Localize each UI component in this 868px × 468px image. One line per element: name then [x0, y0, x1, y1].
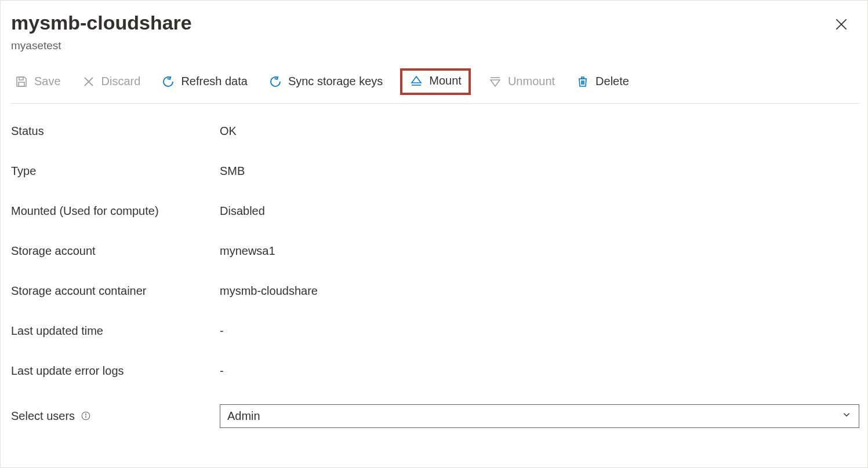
sync-icon: [268, 75, 282, 89]
label-type: Type: [11, 164, 220, 178]
row-mounted: Mounted (Used for compute) Disabled: [11, 204, 859, 218]
svg-rect-3: [19, 77, 23, 80]
label-last-updated: Last updated time: [11, 324, 220, 338]
row-storage-container: Storage account container mysmb-cloudsha…: [11, 284, 859, 298]
select-users-value: Admin: [227, 409, 260, 423]
row-last-error: Last update error logs -: [11, 364, 859, 378]
discard-button: Discard: [78, 71, 144, 92]
value-storage-account: mynewsa1: [220, 244, 275, 258]
sync-storage-keys-button[interactable]: Sync storage keys: [265, 71, 386, 92]
row-type: Type SMB: [11, 164, 859, 178]
label-select-users: Select users: [11, 409, 220, 423]
unmount-button: Unmount: [485, 71, 558, 92]
value-type: SMB: [220, 164, 245, 178]
pane-header: mysmb-cloudshare myasetest: [11, 11, 859, 52]
select-users-dropdown[interactable]: Admin: [220, 404, 859, 428]
toolbar: Save Discard Refresh data Sync storage k…: [11, 68, 859, 104]
mount-highlight: Mount: [400, 68, 471, 95]
label-select-users-text: Select users: [11, 409, 75, 423]
delete-icon: [576, 75, 590, 89]
delete-label: Delete: [595, 75, 629, 88]
row-storage-account: Storage account mynewsa1: [11, 244, 859, 258]
unmount-icon: [488, 75, 502, 89]
label-storage-container: Storage account container: [11, 284, 220, 298]
value-status: OK: [220, 125, 237, 138]
discard-label: Discard: [101, 75, 141, 88]
details: Status OK Type SMB Mounted (Used for com…: [11, 125, 859, 428]
info-icon[interactable]: [81, 411, 91, 421]
share-pane: mysmb-cloudshare myasetest Save Discard …: [0, 0, 868, 468]
discard-icon: [82, 75, 96, 89]
save-icon: [14, 75, 28, 89]
mount-label: Mount: [429, 74, 462, 87]
row-select-users: Select users Admin: [11, 404, 859, 428]
delete-button[interactable]: Delete: [572, 71, 633, 92]
sync-label: Sync storage keys: [288, 75, 383, 88]
mount-icon: [409, 74, 423, 88]
refresh-icon: [161, 75, 175, 89]
row-status: Status OK: [11, 125, 859, 138]
unmount-label: Unmount: [508, 75, 555, 88]
label-storage-account: Storage account: [11, 244, 220, 258]
save-button: Save: [11, 71, 64, 92]
svg-point-13: [85, 414, 86, 415]
close-icon: [834, 17, 849, 32]
refresh-label: Refresh data: [181, 75, 248, 88]
value-last-error: -: [220, 364, 224, 378]
close-button[interactable]: [834, 17, 849, 34]
value-mounted: Disabled: [220, 204, 265, 218]
value-last-updated: -: [220, 324, 224, 338]
select-users-wrap: Admin: [220, 404, 859, 428]
label-status: Status: [11, 125, 220, 138]
svg-rect-2: [19, 82, 24, 86]
chevron-down-icon: [841, 409, 852, 423]
refresh-data-button[interactable]: Refresh data: [158, 71, 251, 92]
value-storage-container: mysmb-cloudshare: [220, 284, 318, 298]
label-mounted: Mounted (Used for compute): [11, 204, 220, 218]
mount-button[interactable]: Mount: [407, 73, 464, 89]
save-label: Save: [34, 75, 61, 88]
page-title: mysmb-cloudshare: [11, 11, 859, 35]
row-last-updated: Last updated time -: [11, 324, 859, 338]
page-subtitle: myasetest: [11, 39, 859, 52]
label-last-error: Last update error logs: [11, 364, 220, 378]
